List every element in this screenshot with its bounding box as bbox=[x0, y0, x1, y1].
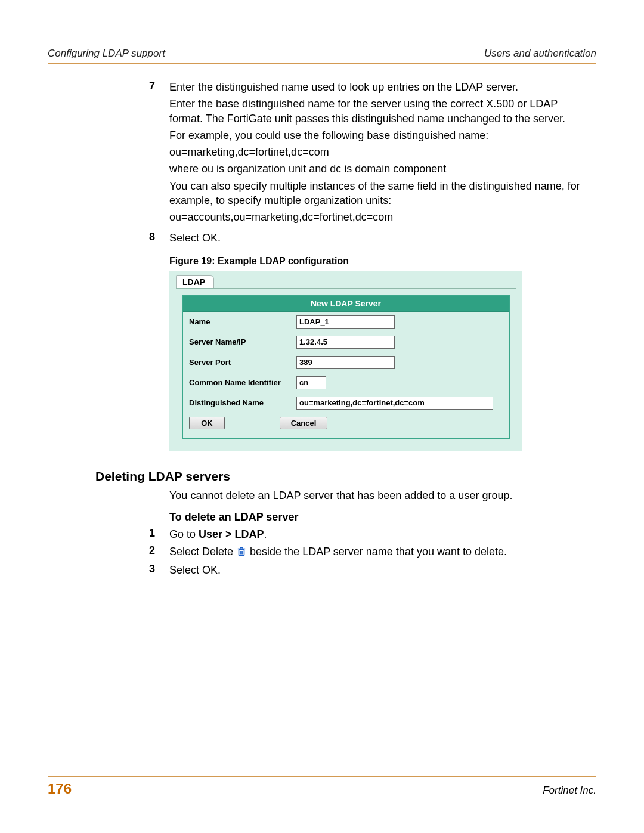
ldap-tab[interactable]: LDAP bbox=[176, 275, 214, 288]
step-number: 8 bbox=[125, 231, 169, 247]
step-body: Enter the distinguished name used to loo… bbox=[169, 80, 596, 227]
ds1-a: Go to bbox=[169, 528, 199, 540]
step-body: Select OK. bbox=[169, 563, 596, 580]
section-heading-deleting: Deleting LDAP servers bbox=[95, 469, 596, 484]
step-body: Go to User > LDAP. bbox=[169, 527, 596, 544]
header-right: Users and authentication bbox=[484, 48, 596, 60]
input-name[interactable]: LDAP_1 bbox=[296, 315, 395, 329]
label-server: Server Name/IP bbox=[189, 337, 296, 346]
row-port: Server Port 389 bbox=[183, 352, 509, 373]
delete-step1-text: Go to User > LDAP. bbox=[169, 527, 590, 541]
step-number: 2 bbox=[125, 544, 169, 563]
input-server[interactable]: 1.32.4.5 bbox=[296, 336, 395, 349]
step7-line1: Enter the distinguished name used to loo… bbox=[169, 80, 590, 94]
figure-caption: Figure 19: Example LDAP configuration bbox=[169, 256, 596, 267]
step7-line6: You can also specify multiple instances … bbox=[169, 179, 590, 208]
delete-step-1: 1 Go to User > LDAP. bbox=[48, 527, 596, 544]
form-title: New LDAP Server bbox=[183, 296, 509, 312]
row-server: Server Name/IP 1.32.4.5 bbox=[183, 332, 509, 352]
footer-company: Fortinet Inc. bbox=[543, 785, 596, 797]
page-header: Configuring LDAP support Users and authe… bbox=[48, 48, 596, 62]
step7-line2: Enter the base distinguished name for th… bbox=[169, 97, 590, 126]
input-port[interactable]: 389 bbox=[296, 356, 395, 369]
step-body: Select OK. bbox=[169, 231, 596, 247]
step-number: 7 bbox=[125, 80, 169, 227]
ldap-form-panel: New LDAP Server Name LDAP_1 Server Name/… bbox=[182, 295, 510, 439]
label-cn: Common Name Identifier bbox=[189, 378, 296, 387]
step7-line5: where ou is organization unit and dc is … bbox=[169, 162, 590, 176]
ds2-b: beside the LDAP server name that you wan… bbox=[247, 546, 507, 558]
delete-step-2: 2 Select Delete beside the LDAP server n… bbox=[48, 544, 596, 563]
step-number: 3 bbox=[125, 563, 169, 580]
to-delete-subheading: To delete an LDAP server bbox=[169, 511, 596, 524]
row-name: Name LDAP_1 bbox=[183, 312, 509, 332]
delete-step-3: 3 Select OK. bbox=[48, 563, 596, 580]
deleting-paragraph: You cannot delete an LDAP server that ha… bbox=[169, 488, 596, 503]
step-8: 8 Select OK. bbox=[48, 231, 596, 247]
ds1-c: . bbox=[264, 528, 267, 540]
input-dn[interactable]: ou=marketing,dc=fortinet,dc=com bbox=[296, 397, 493, 410]
label-port: Server Port bbox=[189, 358, 296, 367]
trash-icon bbox=[236, 546, 247, 561]
delete-step2-text: Select Delete beside the LDAP server nam… bbox=[169, 544, 590, 561]
tab-rule bbox=[176, 288, 516, 289]
row-dn: Distinguished Name ou=marketing,dc=forti… bbox=[183, 393, 509, 413]
page-footer: 176 Fortinet Inc. bbox=[48, 776, 596, 797]
step-7: 7 Enter the distinguished name used to l… bbox=[48, 80, 596, 227]
ds2-a: Select Delete bbox=[169, 546, 236, 558]
button-row: OK Cancel bbox=[183, 413, 509, 429]
page-number: 176 bbox=[48, 781, 72, 797]
label-name: Name bbox=[189, 317, 296, 326]
footer-rule bbox=[48, 776, 596, 777]
footer-row: 176 Fortinet Inc. bbox=[48, 781, 596, 797]
step8-line1: Select OK. bbox=[169, 231, 590, 245]
step-body: Select Delete beside the LDAP server nam… bbox=[169, 544, 596, 563]
document-page: Configuring LDAP support Users and authe… bbox=[0, 0, 644, 833]
delete-step3-text: Select OK. bbox=[169, 563, 590, 577]
step7-line3: For example, you could use the following… bbox=[169, 128, 590, 143]
step7-line4: ou=marketing,dc=fortinet,dc=com bbox=[169, 145, 590, 159]
ok-button[interactable]: OK bbox=[189, 417, 225, 429]
header-rule bbox=[48, 63, 596, 64]
label-dn: Distinguished Name bbox=[189, 398, 296, 407]
row-cn: Common Name Identifier cn bbox=[183, 373, 509, 393]
header-left: Configuring LDAP support bbox=[48, 48, 165, 60]
step7-line7: ou=accounts,ou=marketing,dc=fortinet,dc=… bbox=[169, 210, 590, 224]
ds1-b: User > LDAP bbox=[199, 528, 264, 540]
cancel-button[interactable]: Cancel bbox=[280, 417, 327, 429]
input-cn[interactable]: cn bbox=[296, 376, 326, 389]
ldap-config-figure: LDAP New LDAP Server Name LDAP_1 Server … bbox=[169, 271, 522, 451]
step-number: 1 bbox=[125, 527, 169, 544]
